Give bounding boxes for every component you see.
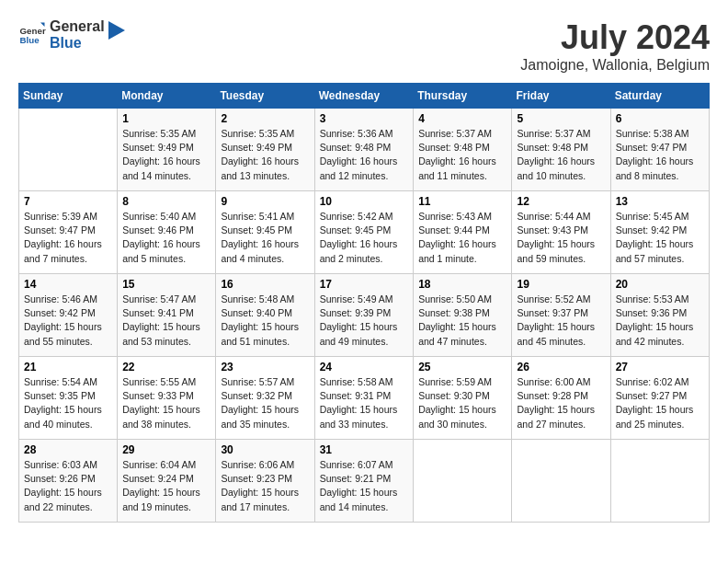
calendar-cell (512, 440, 610, 523)
day-info: Sunrise: 5:37 AMSunset: 9:48 PMDaylight:… (517, 127, 605, 183)
day-info: Sunrise: 5:59 AMSunset: 9:30 PMDaylight:… (418, 375, 506, 431)
calendar-cell: 1Sunrise: 5:35 AMSunset: 9:49 PMDaylight… (118, 109, 216, 191)
weekday-header-sunday: Sunday (19, 84, 118, 109)
logo-blue-text: Blue (50, 35, 105, 52)
day-info: Sunrise: 6:03 AMSunset: 9:26 PMDaylight:… (24, 458, 112, 514)
calendar-cell (414, 440, 512, 523)
calendar-cell: 30Sunrise: 6:06 AMSunset: 9:23 PMDayligh… (216, 440, 314, 523)
day-info: Sunrise: 5:54 AMSunset: 9:35 PMDaylight:… (24, 375, 112, 431)
logo-arrow-icon (108, 21, 125, 49)
day-number: 7 (24, 195, 112, 208)
day-number: 1 (122, 112, 210, 125)
calendar-week-5: 28Sunrise: 6:03 AMSunset: 9:26 PMDayligh… (19, 440, 710, 523)
page-header: General Blue General Blue July 2024 Jamo… (18, 18, 710, 74)
day-number: 5 (517, 112, 605, 125)
calendar-cell: 19Sunrise: 5:52 AMSunset: 9:37 PMDayligh… (512, 274, 610, 357)
day-info: Sunrise: 5:40 AMSunset: 9:46 PMDaylight:… (122, 210, 210, 266)
day-info: Sunrise: 6:06 AMSunset: 9:23 PMDaylight:… (221, 458, 309, 514)
calendar-cell: 28Sunrise: 6:03 AMSunset: 9:26 PMDayligh… (19, 440, 118, 523)
day-number: 6 (616, 112, 704, 125)
weekday-header-row: SundayMondayTuesdayWednesdayThursdayFrid… (19, 84, 710, 109)
day-info: Sunrise: 5:58 AMSunset: 9:31 PMDaylight:… (320, 375, 409, 431)
day-number: 17 (320, 278, 409, 291)
calendar-cell: 20Sunrise: 5:53 AMSunset: 9:36 PMDayligh… (610, 274, 709, 357)
day-info: Sunrise: 6:00 AMSunset: 9:28 PMDaylight:… (517, 375, 605, 431)
calendar-cell: 9Sunrise: 5:41 AMSunset: 9:45 PMDaylight… (216, 191, 314, 274)
logo-icon: General Blue (18, 21, 46, 49)
day-number: 4 (418, 112, 506, 125)
day-number: 2 (221, 112, 309, 125)
day-number: 27 (616, 361, 704, 373)
day-info: Sunrise: 5:43 AMSunset: 9:44 PMDaylight:… (418, 210, 506, 266)
day-number: 29 (122, 443, 210, 456)
day-number: 13 (616, 195, 704, 208)
day-number: 11 (418, 195, 506, 208)
calendar-cell: 4Sunrise: 5:37 AMSunset: 9:48 PMDaylight… (414, 109, 512, 191)
calendar-cell: 3Sunrise: 5:36 AMSunset: 9:48 PMDaylight… (314, 109, 414, 191)
day-info: Sunrise: 5:46 AMSunset: 9:42 PMDaylight:… (24, 293, 112, 349)
weekday-header-saturday: Saturday (610, 84, 709, 109)
day-number: 3 (320, 112, 409, 125)
day-info: Sunrise: 5:37 AMSunset: 9:48 PMDaylight:… (418, 127, 506, 183)
calendar-week-2: 7Sunrise: 5:39 AMSunset: 9:47 PMDaylight… (19, 191, 710, 274)
calendar-cell: 10Sunrise: 5:42 AMSunset: 9:45 PMDayligh… (314, 191, 414, 274)
day-number: 10 (320, 195, 409, 208)
day-number: 31 (320, 443, 409, 456)
calendar-cell (610, 440, 709, 523)
day-number: 21 (24, 361, 112, 373)
calendar-cell: 29Sunrise: 6:04 AMSunset: 9:24 PMDayligh… (118, 440, 216, 523)
calendar-cell: 15Sunrise: 5:47 AMSunset: 9:41 PMDayligh… (118, 274, 216, 357)
calendar-cell: 31Sunrise: 6:07 AMSunset: 9:21 PMDayligh… (314, 440, 414, 523)
calendar-cell: 11Sunrise: 5:43 AMSunset: 9:44 PMDayligh… (414, 191, 512, 274)
day-info: Sunrise: 5:53 AMSunset: 9:36 PMDaylight:… (616, 293, 704, 349)
calendar-body: 1Sunrise: 5:35 AMSunset: 9:49 PMDaylight… (19, 109, 710, 523)
day-number: 9 (221, 195, 309, 208)
day-info: Sunrise: 5:47 AMSunset: 9:41 PMDaylight:… (122, 293, 210, 349)
calendar-cell: 24Sunrise: 5:58 AMSunset: 9:31 PMDayligh… (314, 357, 414, 440)
weekday-header-monday: Monday (118, 84, 216, 109)
day-info: Sunrise: 5:36 AMSunset: 9:48 PMDaylight:… (320, 127, 409, 183)
day-number: 24 (320, 361, 409, 373)
weekday-header-thursday: Thursday (414, 84, 512, 109)
day-info: Sunrise: 6:02 AMSunset: 9:27 PMDaylight:… (616, 375, 704, 431)
day-info: Sunrise: 5:38 AMSunset: 9:47 PMDaylight:… (616, 127, 704, 183)
calendar-cell: 13Sunrise: 5:45 AMSunset: 9:42 PMDayligh… (610, 191, 709, 274)
day-info: Sunrise: 5:48 AMSunset: 9:40 PMDaylight:… (221, 293, 309, 349)
day-info: Sunrise: 6:07 AMSunset: 9:21 PMDaylight:… (320, 458, 409, 514)
calendar-cell: 8Sunrise: 5:40 AMSunset: 9:46 PMDaylight… (118, 191, 216, 274)
day-info: Sunrise: 5:52 AMSunset: 9:37 PMDaylight:… (517, 293, 605, 349)
calendar-week-4: 21Sunrise: 5:54 AMSunset: 9:35 PMDayligh… (19, 357, 710, 440)
day-info: Sunrise: 5:39 AMSunset: 9:47 PMDaylight:… (24, 210, 112, 266)
day-number: 25 (418, 361, 506, 373)
logo: General Blue General Blue (18, 18, 125, 51)
calendar-table: SundayMondayTuesdayWednesdayThursdayFrid… (18, 83, 710, 523)
day-number: 23 (221, 361, 309, 373)
calendar-cell: 16Sunrise: 5:48 AMSunset: 9:40 PMDayligh… (216, 274, 314, 357)
calendar-cell: 6Sunrise: 5:38 AMSunset: 9:47 PMDaylight… (610, 109, 709, 191)
calendar-cell: 17Sunrise: 5:49 AMSunset: 9:39 PMDayligh… (314, 274, 414, 357)
calendar-cell: 26Sunrise: 6:00 AMSunset: 9:28 PMDayligh… (512, 357, 610, 440)
day-number: 28 (24, 443, 112, 456)
month-year-title: July 2024 (520, 18, 710, 57)
day-info: Sunrise: 5:44 AMSunset: 9:43 PMDaylight:… (517, 210, 605, 266)
day-number: 30 (221, 443, 309, 456)
calendar-week-1: 1Sunrise: 5:35 AMSunset: 9:49 PMDaylight… (19, 109, 710, 191)
calendar-cell: 5Sunrise: 5:37 AMSunset: 9:48 PMDaylight… (512, 109, 610, 191)
calendar-week-3: 14Sunrise: 5:46 AMSunset: 9:42 PMDayligh… (19, 274, 710, 357)
calendar-cell: 27Sunrise: 6:02 AMSunset: 9:27 PMDayligh… (610, 357, 709, 440)
calendar-cell: 23Sunrise: 5:57 AMSunset: 9:32 PMDayligh… (216, 357, 314, 440)
day-number: 22 (122, 361, 210, 373)
day-number: 15 (122, 278, 210, 291)
day-info: Sunrise: 5:35 AMSunset: 9:49 PMDaylight:… (122, 127, 210, 183)
day-number: 26 (517, 361, 605, 373)
day-info: Sunrise: 5:35 AMSunset: 9:49 PMDaylight:… (221, 127, 309, 183)
day-number: 8 (122, 195, 210, 208)
calendar-cell: 18Sunrise: 5:50 AMSunset: 9:38 PMDayligh… (414, 274, 512, 357)
weekday-header-tuesday: Tuesday (216, 84, 314, 109)
calendar-cell: 14Sunrise: 5:46 AMSunset: 9:42 PMDayligh… (19, 274, 118, 357)
calendar-cell: 12Sunrise: 5:44 AMSunset: 9:43 PMDayligh… (512, 191, 610, 274)
calendar-cell: 22Sunrise: 5:55 AMSunset: 9:33 PMDayligh… (118, 357, 216, 440)
svg-text:Blue: Blue (20, 35, 40, 45)
calendar-cell (19, 109, 118, 191)
day-info: Sunrise: 5:55 AMSunset: 9:33 PMDaylight:… (122, 375, 210, 431)
